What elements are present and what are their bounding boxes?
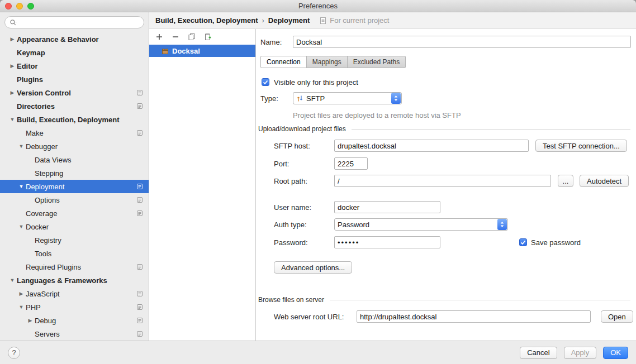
sidebar-item-appearance-behavior[interactable]: ▶Appearance & Behavior	[0, 32, 149, 46]
type-select[interactable]: SFTP	[293, 92, 402, 104]
chevron-down-icon[interactable]: ▼	[17, 224, 26, 229]
name-field[interactable]	[293, 36, 631, 48]
sidebar-item-servers[interactable]: Servers	[0, 327, 149, 341]
tab-connection[interactable]: Connection	[260, 56, 307, 68]
browse-root-path-button[interactable]: ...	[558, 175, 573, 187]
sidebar-item-deployment[interactable]: ▼Deployment	[0, 180, 149, 193]
sidebar-item-required-plugins[interactable]: Required Plugins	[0, 260, 149, 274]
autodetect-button[interactable]: Autodetect	[580, 175, 629, 187]
tab-mappings[interactable]: Mappings	[306, 56, 348, 68]
user-name-field[interactable]	[334, 201, 440, 213]
chevron-down-icon[interactable]: ▼	[8, 277, 17, 283]
sidebar-item-options[interactable]: Options	[0, 193, 149, 207]
breadcrumb-separator: ›	[262, 16, 264, 25]
web-root-field[interactable]	[357, 310, 591, 323]
help-button[interactable]: ?	[8, 347, 20, 359]
ok-button[interactable]: OK	[603, 347, 628, 359]
cancel-button[interactable]: Cancel	[520, 347, 557, 359]
root-path-field[interactable]	[334, 175, 551, 187]
sidebar-item-build-execution-deployment[interactable]: ▼Build, Execution, Deployment	[0, 113, 149, 126]
breadcrumb-category[interactable]: Build, Execution, Deployment	[155, 16, 258, 25]
project-settings-icon	[136, 290, 144, 297]
chevron-down-icon[interactable]: ▼	[17, 184, 26, 189]
chevron-right-icon[interactable]: ▶	[8, 63, 17, 69]
zoom-window-button[interactable]	[27, 3, 34, 9]
sftp-host-field[interactable]	[334, 140, 529, 152]
chevron-down-icon[interactable]: ▼	[17, 143, 26, 149]
password-field[interactable]	[334, 236, 440, 248]
web-root-label: Web server root URL:	[274, 313, 357, 321]
sftp-icon	[296, 95, 303, 102]
remove-server-button[interactable]	[170, 32, 181, 42]
chevron-right-icon[interactable]: ▶	[17, 291, 26, 296]
open-button[interactable]: Open	[601, 310, 633, 323]
chevron-right-icon[interactable]: ▶	[8, 90, 17, 95]
sidebar-item-data-views[interactable]: Data Views	[0, 153, 149, 166]
dropdown-stepper-icon	[391, 93, 401, 104]
advanced-options-button[interactable]: Advanced options...	[274, 261, 352, 274]
port-label: Port:	[274, 160, 334, 168]
sidebar-item-make[interactable]: Make	[0, 126, 149, 140]
browse-section-separator: Browse files on server	[258, 295, 630, 304]
project-settings-icon	[136, 331, 144, 337]
settings-tabs: Connection Mappings Excluded Paths	[260, 56, 406, 68]
sidebar-item-tools[interactable]: Tools	[0, 247, 149, 260]
sidebar-item-label: Options	[35, 196, 136, 204]
sidebar-item-debug[interactable]: ▶Debug	[0, 314, 149, 327]
tab-excluded-paths[interactable]: Excluded Paths	[347, 56, 406, 68]
add-server-button[interactable]	[154, 32, 164, 42]
sidebar-item-debugger[interactable]: ▼Debugger	[0, 140, 149, 153]
sidebar-item-editor[interactable]: ▶Editor	[0, 59, 149, 73]
sidebar-item-coverage[interactable]: Coverage	[0, 207, 149, 220]
sidebar-item-version-control[interactable]: ▶Version Control	[0, 86, 149, 99]
sidebar-item-label: Editor	[17, 62, 144, 70]
project-settings-icon	[136, 183, 144, 190]
sidebar-item-languages-frameworks[interactable]: ▼Languages & Frameworks	[0, 274, 149, 287]
port-field[interactable]	[334, 157, 368, 170]
close-window-button[interactable]	[5, 3, 12, 9]
test-sftp-connection-button[interactable]: Test SFTP connection...	[535, 140, 627, 152]
sidebar-item-registry[interactable]: Registry	[0, 233, 149, 247]
sidebar-item-javascript[interactable]: ▶JavaScript	[0, 287, 149, 300]
sidebar-item-directories[interactable]: Directories	[0, 99, 149, 113]
minimize-window-button[interactable]	[16, 3, 23, 9]
copy-server-button[interactable]	[187, 32, 197, 42]
port-row: Port:	[274, 157, 368, 170]
apply-button[interactable]: Apply	[564, 347, 597, 359]
password-row: Password: Save password	[274, 236, 581, 248]
upload-section-title: Upload/download project files	[258, 125, 346, 133]
sidebar-item-plugins[interactable]: Plugins	[0, 73, 149, 86]
auth-type-select[interactable]: Password	[334, 218, 508, 231]
sidebar-item-label: PHP	[26, 303, 136, 312]
deployment-settings-form: Name: Connection Mappings Excluded Paths…	[256, 29, 636, 341]
chevron-down-icon[interactable]: ▼	[8, 117, 17, 122]
sidebar-item-label: Appearance & Behavior	[17, 35, 144, 44]
preferences-window: Preferences ▶Appearance & Behavior Keyma…	[0, 0, 636, 364]
sidebar-item-keymap[interactable]: Keymap	[0, 46, 149, 59]
chevron-right-icon[interactable]: ▶	[26, 318, 35, 323]
browse-section-title: Browse files on server	[258, 296, 324, 304]
auth-type-label: Auth type:	[274, 221, 334, 229]
visible-row: Visible only for this project	[262, 76, 358, 88]
visible-only-checkbox[interactable]	[262, 78, 269, 86]
chevron-down-icon[interactable]: ▼	[17, 304, 26, 310]
sidebar-item-docker[interactable]: ▼Docker	[0, 220, 149, 233]
chevron-right-icon[interactable]: ▶	[8, 36, 17, 42]
server-list-toolbar	[149, 29, 255, 45]
sidebar-item-stepping[interactable]: Stepping	[0, 166, 149, 180]
project-settings-icon	[136, 103, 144, 109]
titlebar: Preferences	[0, 0, 636, 12]
settings-search-field[interactable]	[4, 16, 144, 28]
sidebar-item-label: Servers	[35, 330, 136, 338]
web-root-row: Web server root URL: Open	[274, 310, 633, 323]
auth-type-value: Password	[338, 221, 495, 229]
dropdown-stepper-icon	[497, 219, 507, 230]
paste-server-button[interactable]	[203, 32, 213, 42]
search-icon	[10, 19, 17, 26]
server-list-item-docksal[interactable]: Docksal	[149, 45, 255, 57]
project-settings-icon	[136, 264, 144, 270]
separator-line	[330, 300, 630, 300]
search-input[interactable]	[20, 18, 139, 27]
save-password-checkbox[interactable]	[519, 238, 527, 246]
sidebar-item-php[interactable]: ▼PHP	[0, 300, 149, 314]
